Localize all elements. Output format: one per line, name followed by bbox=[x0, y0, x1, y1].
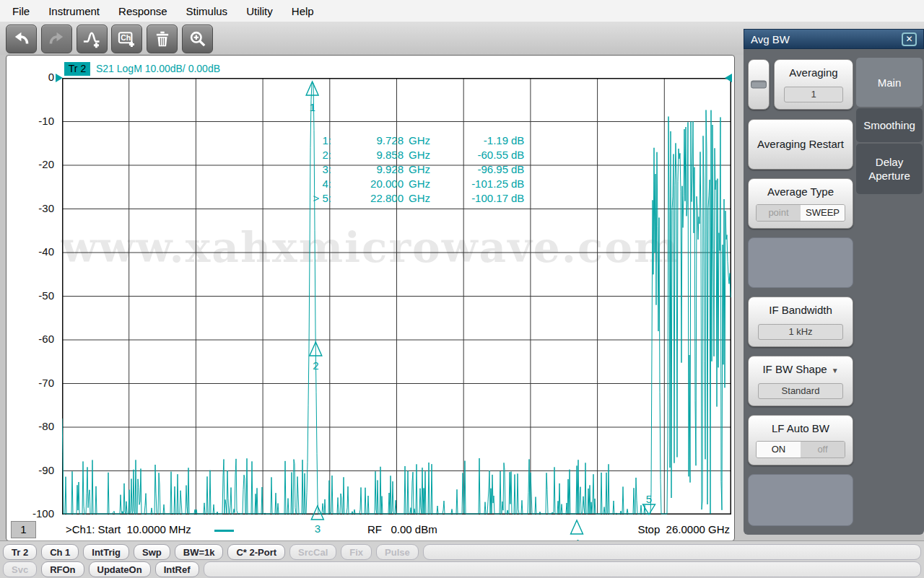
menu-help[interactable]: Help bbox=[282, 5, 323, 17]
rf-power-label: RF 0.00 dBm bbox=[367, 523, 437, 535]
y-tick-label: -100 bbox=[9, 507, 54, 520]
bottom-status-bar: Tr 2Ch 1IntTrigSwpBW=1kC* 2-PortSrcCalFi… bbox=[0, 540, 924, 578]
marker-readout: 1:9.728GHz-1.19dB2:9.858GHz-60.55dB3:9.9… bbox=[294, 133, 524, 206]
option-sweep[interactable]: SWEEP bbox=[801, 205, 845, 221]
marker-readout-row: 4:20.000GHz-101.25dB bbox=[294, 177, 524, 191]
y-tick-label: -50 bbox=[9, 289, 54, 302]
menu-file[interactable]: File bbox=[3, 5, 39, 17]
undo-button[interactable] bbox=[6, 25, 37, 53]
zoom-in-button[interactable] bbox=[182, 25, 213, 53]
start-frequency-label: >Ch1: Start 10.0000 MHz bbox=[66, 523, 191, 535]
status-button-tr-2[interactable]: Tr 2 bbox=[3, 544, 37, 560]
avg-bw-panel: Avg BW ✕ Averaging 1 Averaging Restart A… bbox=[744, 29, 924, 535]
reference-level-indicator-left-icon bbox=[56, 74, 63, 82]
trace-color-legend bbox=[214, 530, 234, 532]
menu-response[interactable]: Response bbox=[109, 5, 177, 17]
average-type-button[interactable]: Average Type pointSWEEP bbox=[748, 178, 853, 229]
chevron-down-icon: ▼ bbox=[832, 367, 839, 375]
y-tick-label: -10 bbox=[9, 115, 54, 127]
marker-readout-row: 1:9.728GHz-1.19dB bbox=[294, 133, 524, 148]
blank-status-field bbox=[423, 544, 921, 560]
panel-body: Averaging 1 Averaging Restart Average Ty… bbox=[744, 49, 924, 535]
tab-smoothing[interactable]: Smoothing bbox=[856, 108, 923, 142]
reference-level-indicator-right-icon bbox=[725, 74, 732, 82]
option-off[interactable]: off bbox=[801, 442, 845, 457]
marker-readout-row: 2:9.858GHz-60.55dB bbox=[294, 148, 524, 162]
status-button-row-1: Tr 2Ch 1IntTrigSwpBW=1kC* 2-PortSrcCalFi… bbox=[3, 544, 921, 561]
status-button-bw-1k[interactable]: BW=1k bbox=[175, 544, 224, 560]
delete-button[interactable] bbox=[147, 25, 178, 53]
y-tick-label: -80 bbox=[9, 420, 54, 432]
menu-stimulus[interactable]: Stimulus bbox=[177, 5, 237, 17]
if-bw-shape-button[interactable]: IF BW Shape▼ Standard bbox=[748, 356, 853, 406]
averaging-restart-button[interactable]: Averaging Restart bbox=[748, 119, 853, 170]
tab-main[interactable]: Main bbox=[856, 58, 923, 107]
panel-title: Avg BW bbox=[751, 33, 790, 45]
display-area: www.xahxmicrowave.com 12345 Tr 2 S21 Log… bbox=[6, 55, 735, 541]
marker-readout-row: > 5:22.800GHz-100.17dB bbox=[294, 191, 524, 206]
panel-title-bar: Avg BW ✕ bbox=[744, 29, 924, 49]
averaging-value[interactable]: 1 bbox=[784, 87, 843, 102]
status-button-rfon[interactable]: RFOn bbox=[41, 561, 84, 577]
averaging-label: Averaging bbox=[775, 66, 853, 79]
blank-button bbox=[748, 474, 853, 526]
menu-bar: FileInstrumentResponseStimulusUtilityHel… bbox=[0, 0, 924, 22]
blank-button bbox=[748, 237, 853, 288]
marker-2-number: 2 bbox=[313, 359, 318, 372]
menu-instrument[interactable]: Instrument bbox=[39, 5, 109, 17]
lf-auto-bw-label: LF Auto BW bbox=[749, 422, 853, 435]
menu-utility[interactable]: Utility bbox=[237, 5, 282, 17]
y-tick-label: -70 bbox=[9, 377, 54, 389]
trace-info-label: S21 LogM 10.00dB/ 0.00dB bbox=[96, 62, 220, 76]
status-button-updateon[interactable]: UpdateOn bbox=[89, 561, 151, 577]
status-button-pulse: Pulse bbox=[376, 544, 419, 560]
if-bandwidth-button[interactable]: IF Bandwidth 1 kHz bbox=[748, 297, 853, 347]
marker-1-number: 1 bbox=[309, 101, 315, 113]
lf-auto-bw-button[interactable]: LF Auto BW ONoff bbox=[748, 415, 853, 465]
marker-3-number: 3 bbox=[315, 522, 321, 535]
average-type-label: Average Type bbox=[749, 185, 853, 198]
if-bandwidth-label: IF Bandwidth bbox=[749, 304, 853, 317]
averaging-restart-label: Averaging Restart bbox=[749, 138, 853, 151]
status-button-intref[interactable]: IntRef bbox=[155, 561, 199, 577]
if-bw-shape-label: IF BW Shape▼ bbox=[749, 363, 853, 377]
svg-text:Ch: Ch bbox=[121, 33, 131, 42]
status-button-swp[interactable]: Swp bbox=[134, 544, 170, 560]
status-button-inttrig[interactable]: IntTrig bbox=[83, 544, 129, 560]
y-tick-label: -60 bbox=[9, 333, 54, 345]
if-bw-shape-value[interactable]: Standard bbox=[758, 383, 843, 399]
y-tick-label: -40 bbox=[9, 245, 54, 258]
tab-delay-aperture[interactable]: Delay Aperture bbox=[856, 144, 923, 194]
status-button-row-2: SvcRFOnUpdateOnIntRef bbox=[3, 561, 921, 578]
status-button-c-2-port[interactable]: C* 2-Port bbox=[227, 544, 285, 560]
y-tick-label: -20 bbox=[9, 158, 54, 170]
option-point[interactable]: point bbox=[757, 205, 801, 221]
averaging-onoff-toggle[interactable] bbox=[748, 59, 770, 110]
add-trace-button[interactable] bbox=[77, 25, 108, 53]
channel-indicator[interactable]: 1 bbox=[11, 521, 36, 538]
if-bandwidth-value[interactable]: 1 kHz bbox=[758, 324, 843, 340]
marker-readout-row: 3:9.928GHz-96.95dB bbox=[294, 162, 524, 177]
status-button-ch-1[interactable]: Ch 1 bbox=[41, 544, 79, 560]
close-icon[interactable]: ✕ bbox=[902, 32, 917, 46]
option-on[interactable]: ON bbox=[757, 442, 801, 457]
marker-5-number: 5 bbox=[646, 493, 652, 505]
led-indicator-icon bbox=[751, 81, 767, 89]
average-type-toggle[interactable]: pointSWEEP bbox=[756, 204, 845, 222]
lf-auto-bw-toggle[interactable]: ONoff bbox=[756, 441, 845, 458]
redo-button bbox=[41, 25, 72, 53]
stop-frequency-label: Stop 26.0000 GHz bbox=[513, 523, 730, 535]
y-tick-label: -30 bbox=[9, 202, 54, 214]
add-channel-button[interactable]: Ch bbox=[111, 25, 142, 53]
blank-status-field bbox=[204, 561, 922, 577]
y-tick-label: 0 bbox=[9, 71, 54, 83]
averaging-button[interactable]: Averaging 1 bbox=[774, 59, 853, 110]
status-button-svc: Svc bbox=[3, 561, 37, 577]
status-button-srccal: SrcCal bbox=[289, 544, 336, 560]
trace-tab[interactable]: Tr 2 bbox=[64, 62, 90, 76]
status-button-fix: Fix bbox=[341, 544, 372, 560]
y-tick-label: -90 bbox=[9, 464, 54, 476]
